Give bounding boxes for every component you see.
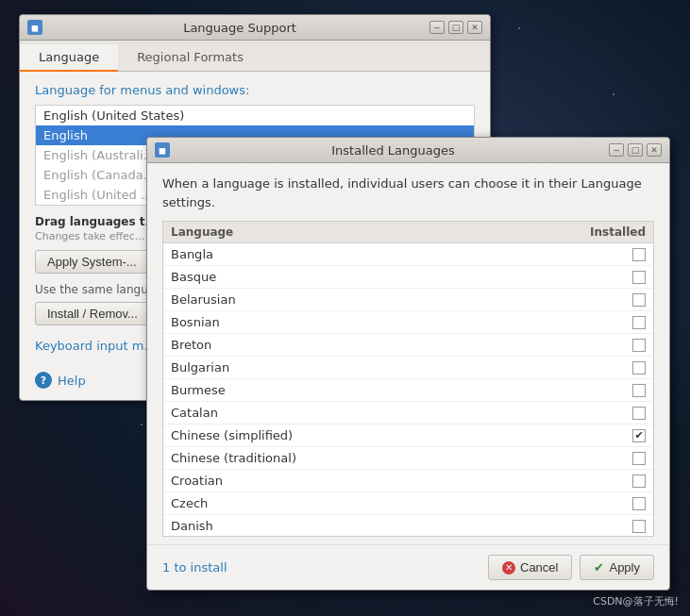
language-name: Basque	[171, 270, 580, 284]
checkbox-container[interactable]	[580, 293, 646, 307]
language-checkbox[interactable]	[632, 497, 646, 510]
dialog-icon: ◼	[155, 142, 170, 158]
watermark: CSDN@落子无悔!	[593, 594, 679, 608]
checkbox-container[interactable]	[580, 339, 646, 352]
language-checkbox[interactable]	[632, 293, 646, 307]
apply-button[interactable]: ✔ Apply	[580, 555, 654, 580]
main-window-title: Language Support	[50, 21, 429, 35]
cancel-button[interactable]: ✕ Cancel	[488, 555, 572, 580]
table-row[interactable]: Bangla	[163, 243, 653, 266]
checkbox-container[interactable]	[580, 271, 646, 284]
language-table: Language Installed Bangla Basque Belarus…	[162, 221, 654, 537]
checkbox-container[interactable]	[580, 316, 646, 329]
help-label: Help	[58, 374, 86, 388]
dialog-title: Installed Languages	[177, 143, 609, 158]
dialog-close-button[interactable]: ✕	[647, 143, 662, 157]
table-row[interactable]: Bulgarian	[163, 357, 653, 379]
language-name: Belarusian	[171, 292, 580, 307]
language-checkbox[interactable]	[632, 361, 646, 375]
help-button[interactable]: ? Help	[35, 372, 86, 389]
col-language-header: Language	[171, 225, 580, 239]
table-row[interactable]: Catalan	[163, 402, 653, 425]
main-titlebar-buttons: − □ ✕	[429, 21, 482, 34]
table-row[interactable]: Danish	[163, 515, 653, 536]
lang-table-body: Bangla Basque Belarusian Bosnian Breton …	[163, 243, 653, 536]
checkbox-container[interactable]	[580, 248, 646, 261]
main-window-icon: ◼	[27, 20, 42, 35]
language-name: Bosnian	[171, 315, 580, 329]
table-row[interactable]: Chinese (simplified) ✔	[163, 425, 653, 447]
tab-regional-formats[interactable]: Regional Formats	[118, 44, 262, 72]
tab-language[interactable]: Language	[20, 44, 118, 72]
installed-languages-dialog: ◼ Installed Languages − □ ✕ When a langu…	[146, 137, 670, 591]
maximize-button[interactable]: □	[448, 21, 463, 34]
checkbox-container[interactable]: ✔	[580, 429, 646, 442]
language-name: Chinese (simplified)	[171, 428, 580, 442]
minimize-button[interactable]: −	[429, 21, 445, 34]
language-checkbox[interactable]	[632, 384, 646, 397]
dialog-titlebar: ◼ Installed Languages − □ ✕	[147, 138, 669, 163]
menus-windows-label: Language for menus and windows:	[35, 83, 475, 97]
language-checkbox[interactable]	[632, 474, 646, 488]
tabs-bar: Language Regional Formats	[20, 41, 490, 72]
table-row[interactable]: Czech	[163, 492, 653, 515]
language-name: Bulgarian	[171, 360, 580, 375]
language-checkbox[interactable]	[632, 520, 646, 533]
install-count: 1 to install	[162, 560, 227, 574]
language-name: Czech	[171, 496, 580, 510]
language-checkbox[interactable]	[632, 339, 646, 352]
checkbox-container[interactable]	[580, 452, 646, 465]
list-item[interactable]: English (United States)	[36, 106, 474, 125]
language-checkbox[interactable]	[632, 452, 646, 465]
dialog-titlebar-buttons: − □ ✕	[609, 143, 662, 157]
cancel-label: Cancel	[520, 560, 558, 574]
apply-icon: ✔	[594, 560, 604, 574]
close-button[interactable]: ✕	[467, 21, 482, 34]
language-name: Chinese (traditional)	[171, 451, 580, 465]
table-row[interactable]: Croatian	[163, 470, 653, 492]
checkbox-container[interactable]	[580, 497, 646, 510]
table-row[interactable]: Belarusian	[163, 289, 653, 311]
dialog-description: When a language is installed, individual…	[147, 163, 669, 221]
table-row[interactable]: Breton	[163, 334, 653, 357]
dialog-maximize-button[interactable]: □	[628, 143, 643, 157]
language-checkbox[interactable]: ✔	[632, 429, 646, 442]
checkbox-container[interactable]	[580, 384, 646, 397]
apply-system-button[interactable]: Apply System-...	[35, 250, 149, 274]
table-row[interactable]: Chinese (traditional)	[163, 447, 653, 470]
help-icon: ?	[35, 372, 52, 389]
install-remove-button[interactable]: Install / Remov...	[35, 302, 150, 325]
cancel-icon: ✕	[502, 561, 515, 574]
main-titlebar: ◼ Language Support − □ ✕	[20, 15, 490, 41]
language-name: Breton	[171, 338, 580, 352]
checkbox-container[interactable]	[580, 361, 646, 375]
language-name: Danish	[171, 519, 580, 533]
dialog-minimize-button[interactable]: −	[609, 143, 624, 157]
language-name: Bangla	[171, 247, 580, 261]
language-checkbox[interactable]	[632, 407, 646, 420]
language-checkbox[interactable]	[632, 316, 646, 329]
table-row[interactable]: Basque	[163, 266, 653, 289]
table-row[interactable]: Burmese	[163, 379, 653, 402]
language-checkbox[interactable]	[632, 271, 646, 284]
col-installed-header: Installed	[580, 225, 646, 239]
language-name: Catalan	[171, 406, 580, 420]
checkbox-container[interactable]	[580, 520, 646, 533]
language-checkbox[interactable]	[632, 248, 646, 261]
checkbox-container[interactable]	[580, 474, 646, 488]
language-name: Burmese	[171, 383, 580, 397]
apply-label: Apply	[609, 560, 640, 574]
dialog-footer: 1 to install ✕ Cancel ✔ Apply	[147, 544, 669, 590]
table-header: Language Installed	[163, 222, 653, 243]
language-name: Croatian	[171, 474, 580, 488]
table-row[interactable]: Bosnian	[163, 311, 653, 334]
checkbox-container[interactable]	[580, 407, 646, 420]
footer-buttons: ✕ Cancel ✔ Apply	[488, 555, 654, 580]
